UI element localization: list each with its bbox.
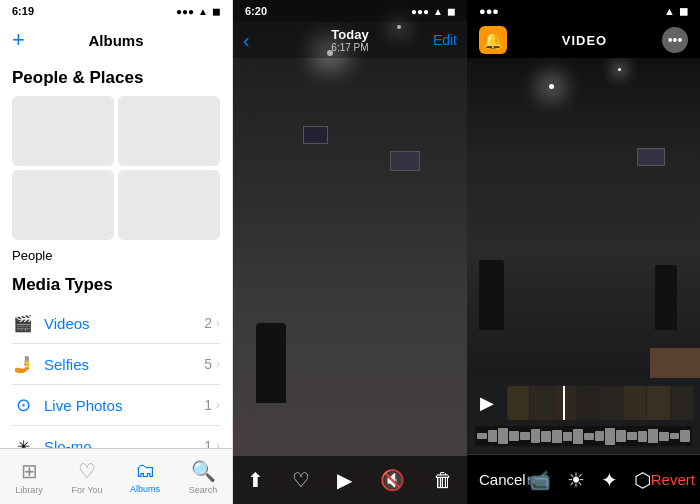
video-top-bar: 🔔 VIDEO ••• bbox=[467, 22, 700, 58]
signal-icon-photo: ●●● bbox=[411, 6, 429, 17]
timeline-frames bbox=[507, 386, 694, 420]
waveform-bars bbox=[475, 426, 692, 446]
wbar-14 bbox=[616, 430, 626, 442]
wbar-7 bbox=[541, 431, 551, 442]
video-title: VIDEO bbox=[562, 33, 607, 48]
people-thumb-1[interactable] bbox=[12, 96, 114, 166]
wbar-4 bbox=[509, 431, 519, 441]
wbar-2 bbox=[488, 430, 498, 442]
battery-icon-video: ◼ bbox=[679, 5, 688, 18]
search-icon: 🔍 bbox=[191, 459, 216, 483]
albums-panel: 6:19 ●●● ▲ ◼ + Albums People & Places Pe… bbox=[0, 0, 233, 504]
status-bar-albums: 6:19 ●●● ▲ ◼ bbox=[0, 0, 232, 22]
add-button[interactable]: + bbox=[12, 27, 25, 53]
speaker-button[interactable]: 🔔 bbox=[479, 26, 507, 54]
live-photos-count: 1 bbox=[204, 397, 212, 413]
albums-nav-bar: + Albums bbox=[0, 22, 232, 58]
video-play-button[interactable]: ▶ bbox=[473, 389, 501, 417]
chevron-icon-4: › bbox=[216, 439, 220, 448]
media-type-item-live-photos[interactable]: ⊙ Live Photos 1 › bbox=[12, 385, 220, 426]
media-type-item-selfies[interactable]: 🤳 Selfies 5 › bbox=[12, 344, 220, 385]
people-thumb-4[interactable] bbox=[118, 170, 220, 240]
frame-3 bbox=[554, 386, 577, 420]
more-button[interactable]: ••• bbox=[662, 27, 688, 53]
edit-button[interactable]: Edit bbox=[433, 32, 457, 48]
video-editor-panel: ●●● ▲ ◼ 🔔 VIDEO ••• ▶ bbox=[467, 0, 700, 504]
frame-2 bbox=[530, 386, 553, 420]
people-thumb-2[interactable] bbox=[118, 96, 220, 166]
cancel-button[interactable]: Cancel bbox=[479, 471, 526, 488]
frame-6 bbox=[624, 386, 647, 420]
albums-title: Albums bbox=[88, 32, 143, 49]
wbar-19 bbox=[670, 433, 680, 439]
tab-albums[interactable]: 🗂 Albums bbox=[116, 449, 174, 504]
status-right-video: ▲ ◼ bbox=[664, 5, 688, 18]
selfies-label: Selfies bbox=[44, 356, 204, 373]
photo-date-title: Today bbox=[331, 27, 368, 42]
tab-albums-label: Albums bbox=[130, 484, 160, 494]
tab-search[interactable]: 🔍 Search bbox=[174, 449, 232, 504]
battery-icon: ◼ bbox=[212, 6, 220, 17]
bottom-tab-bar: ⊞ Library ♡ For You 🗂 Albums 🔍 Search bbox=[0, 448, 232, 504]
frame-4 bbox=[577, 386, 600, 420]
revert-button[interactable]: Revert bbox=[651, 471, 695, 488]
selfies-count: 5 bbox=[204, 356, 212, 372]
wifi-icon-photo: ▲ bbox=[433, 6, 443, 17]
frame-7 bbox=[647, 386, 670, 420]
status-signal-video: ●●● bbox=[479, 5, 499, 17]
filters-button[interactable]: ✦ bbox=[601, 468, 618, 492]
back-button[interactable]: ‹ bbox=[243, 29, 250, 52]
wbar-10 bbox=[573, 429, 583, 444]
status-icons-photo: ●●● ▲ ◼ bbox=[411, 6, 455, 17]
status-time-albums: 6:19 bbox=[12, 5, 34, 17]
status-bar-video: ●●● ▲ ◼ bbox=[467, 0, 700, 22]
wbar-12 bbox=[595, 431, 605, 441]
delete-button[interactable]: 🗑 bbox=[433, 469, 453, 492]
wbar-8 bbox=[552, 430, 562, 443]
photo-panel: 6:20 ●●● ▲ ◼ ‹ Today 6:17 PM Edit ⬆ ♡ ▶ … bbox=[233, 0, 467, 504]
share-button[interactable]: ⬆ bbox=[247, 468, 264, 492]
media-types-list: 🎬 Videos 2 › 🤳 Selfies 5 › ⊙ Live Photos… bbox=[12, 303, 220, 448]
photo-nav-bar: ‹ Today 6:17 PM Edit bbox=[233, 22, 467, 58]
people-label[interactable]: People bbox=[12, 248, 220, 263]
tv-screen-2 bbox=[303, 126, 328, 144]
people-thumb-3[interactable] bbox=[12, 170, 114, 240]
wbar-20 bbox=[680, 430, 690, 442]
slo-mo-count: 1 bbox=[204, 438, 212, 448]
wbar-3 bbox=[498, 428, 508, 444]
video-timeline-strip[interactable] bbox=[507, 386, 694, 420]
timeline-playhead bbox=[563, 386, 565, 420]
video-box-1 bbox=[650, 348, 700, 378]
chevron-icon: › bbox=[216, 316, 220, 330]
tab-library-label: Library bbox=[15, 485, 43, 495]
media-types-title: Media Types bbox=[12, 275, 220, 295]
signal-icon: ●●● bbox=[176, 6, 194, 17]
live-photos-icon: ⊙ bbox=[12, 394, 34, 416]
audio-waveform bbox=[475, 426, 692, 446]
play-button[interactable]: ▶ bbox=[337, 468, 352, 492]
people-grid bbox=[12, 96, 220, 240]
crop-button[interactable]: ⬡ bbox=[634, 468, 651, 492]
tab-for-you[interactable]: ♡ For You bbox=[58, 449, 116, 504]
library-icon: ⊞ bbox=[21, 459, 38, 483]
video-light-2 bbox=[618, 68, 621, 71]
mute-button[interactable]: 🔇 bbox=[380, 468, 405, 492]
wbar-6 bbox=[531, 429, 541, 443]
adjust-button[interactable]: ☀ bbox=[567, 468, 585, 492]
video-person-2 bbox=[655, 265, 677, 330]
wbar-17 bbox=[648, 429, 658, 443]
wbar-15 bbox=[627, 432, 637, 440]
video-controls: ▶ bbox=[467, 378, 700, 454]
video-camera-button[interactable]: 📹 bbox=[526, 468, 551, 492]
videos-count: 2 bbox=[204, 315, 212, 331]
heart-button[interactable]: ♡ bbox=[292, 468, 310, 492]
photo-main-image bbox=[233, 0, 467, 504]
wbar-11 bbox=[584, 433, 594, 440]
wbar-1 bbox=[477, 433, 487, 439]
chevron-icon-2: › bbox=[216, 357, 220, 371]
media-type-item-slo-mo[interactable]: ✳ Slo-mo 1 › bbox=[12, 426, 220, 448]
live-photos-label: Live Photos bbox=[44, 397, 204, 414]
selfies-icon: 🤳 bbox=[12, 353, 34, 375]
tab-library[interactable]: ⊞ Library bbox=[0, 449, 58, 504]
media-type-item-videos[interactable]: 🎬 Videos 2 › bbox=[12, 303, 220, 344]
